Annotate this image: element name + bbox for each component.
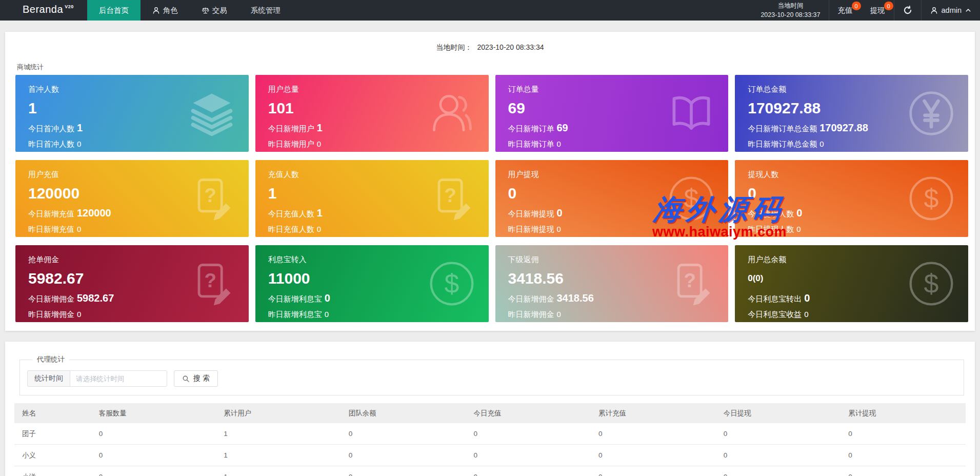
stat-time-input-group: 统计时间 <box>27 370 167 387</box>
panel-local-time-label: 当地时间： <box>436 43 472 51</box>
nav-item-roles[interactable]: 角色 <box>141 0 190 21</box>
recharge-badge: 0 <box>852 2 861 10</box>
local-time-display: 当地时间 2023-10-20 08:33:37 <box>752 0 828 21</box>
table-cell: 0 <box>716 445 841 466</box>
table-cell: 0 <box>341 445 466 466</box>
column-header: 姓名 <box>14 403 91 423</box>
users-icon <box>427 89 476 138</box>
navbar-right: 当地时间 2023-10-20 08:33:37 充值 0 提现 0 admin <box>752 0 980 21</box>
column-header: 累计提现 <box>841 403 966 423</box>
nav-item-roles-label: 角色 <box>163 6 178 15</box>
column-header: 今日充值 <box>466 403 591 423</box>
yen-circle-icon <box>907 89 956 138</box>
agent-panel: 代理统计 统计时间 搜 索 姓名客服数量累计用户团队余额今日充值累计充值今日提现… <box>5 342 975 476</box>
caret-up-icon <box>965 7 971 13</box>
stat-time-input[interactable] <box>70 370 167 387</box>
panel-local-time-value: 2023-10-20 08:33:34 <box>477 43 544 51</box>
withdraw-button[interactable]: 提现 0 <box>862 0 894 21</box>
stat-card: 用户总余额0(0)今日利息宝转出0今日利息宝收益0$ <box>735 245 968 322</box>
stats-panel: 当地时间：2023-10-20 08:33:34 商城统计 首冲人数1今日首冲人… <box>5 32 975 331</box>
svg-text:$: $ <box>924 269 939 299</box>
stat-card: 订单总量69今日新增订单69昨日新增订单0 <box>495 75 729 152</box>
stat-card: 下级返佣3418.56今日新增佣金3418.56昨日新增佣金0? <box>495 245 729 322</box>
table-cell: 0 <box>341 423 466 445</box>
stat-card: 首冲人数1今日首冲人数1昨日首冲人数0 <box>15 75 249 152</box>
recharge-button[interactable]: 充值 0 <box>829 0 862 21</box>
top-navbar: BerandaV20 后台首页 角色 交易 系统管理 当地时间 2023-10-… <box>0 0 980 21</box>
stat-card: 订单总金额170927.88今日新增订单总金额170927.88昨日新增订单总金… <box>735 75 968 152</box>
card-yesterday-line: 昨日首冲人数0 <box>28 140 249 148</box>
search-button[interactable]: 搜 索 <box>174 370 218 387</box>
table-row: 小洋0100000 <box>14 466 966 476</box>
card-yesterday-line: 昨日新增充值0 <box>28 225 249 233</box>
layers-icon <box>187 89 236 138</box>
user-menu[interactable]: admin <box>922 0 980 21</box>
svg-text:?: ? <box>444 184 456 206</box>
nav-item-trade[interactable]: 交易 <box>190 0 239 21</box>
filter-row: 统计时间 搜 索 <box>27 370 956 387</box>
card-yesterday-line: 昨日新增提现0 <box>508 225 729 233</box>
table-row: 团子0100000 <box>14 423 966 445</box>
dollar-circle-icon: $ <box>907 174 956 223</box>
refresh-button[interactable] <box>894 0 921 21</box>
table-cell: 小洋 <box>14 466 91 476</box>
dollar-circle-icon: $ <box>667 174 716 223</box>
column-header: 客服数量 <box>91 403 216 423</box>
table-body: 团子0100000小义0100000小洋0100000 <box>14 423 966 476</box>
table-row: 小义0100000 <box>14 445 966 466</box>
table-header-row: 姓名客服数量累计用户团队余额今日充值累计充值今日提现累计提现 <box>14 403 966 423</box>
user-icon <box>930 7 938 14</box>
agent-stats-fieldset: 代理统计 统计时间 搜 索 <box>19 355 964 395</box>
agent-stats-legend: 代理统计 <box>32 355 69 364</box>
nav-item-dashboard-label: 后台首页 <box>99 6 129 15</box>
column-header: 累计充值 <box>591 403 716 423</box>
table-cell: 0 <box>841 445 966 466</box>
recharge-label: 充值 <box>838 6 853 15</box>
svg-text:$: $ <box>444 269 459 299</box>
table-cell: 0 <box>466 423 591 445</box>
search-icon <box>182 375 190 383</box>
table-cell: 0 <box>841 423 966 445</box>
dollar-circle-icon: $ <box>907 259 956 308</box>
table-cell: 0 <box>91 445 216 466</box>
doc-question-icon: ? <box>187 259 236 308</box>
nav-item-system[interactable]: 系统管理 <box>239 0 292 21</box>
stat-card: 用户充值120000今日新增充值120000昨日新增充值0? <box>15 160 249 237</box>
agent-stats-table: 姓名客服数量累计用户团队余额今日充值累计充值今日提现累计提现 团子0100000… <box>14 403 966 476</box>
card-yesterday-line: 昨日新增利息宝0 <box>268 310 489 318</box>
card-yesterday-line: 昨日新增佣金0 <box>28 310 249 318</box>
card-yesterday-line: 昨日提现人数0 <box>748 225 968 233</box>
table-cell: 0 <box>466 445 591 466</box>
svg-text:?: ? <box>204 269 216 291</box>
stat-card: 利息宝转入11000今日新增利息宝0昨日新增利息宝0$ <box>255 245 489 322</box>
scales-icon <box>202 7 209 14</box>
dollar-circle-icon: $ <box>427 259 476 308</box>
stat-card: 充值人数1今日充值人数1昨日充值人数0? <box>255 160 489 237</box>
table-cell: 1 <box>216 466 341 476</box>
stat-card: 提现人数0今日提现人数0昨日提现人数0$ <box>735 160 968 237</box>
svg-text:$: $ <box>924 184 939 213</box>
app-logo-text: Beranda <box>23 4 63 15</box>
withdraw-badge: 0 <box>884 2 893 10</box>
app-logo[interactable]: BerandaV20 <box>0 0 87 21</box>
search-button-label: 搜 索 <box>193 374 210 383</box>
svg-text:?: ? <box>204 184 216 206</box>
doc-question-icon: ? <box>187 174 236 223</box>
table-cell: 0 <box>91 423 216 445</box>
stat-card: 用户提现0今日新增提现0昨日新增提现0$ <box>495 160 729 237</box>
column-header: 累计用户 <box>216 403 341 423</box>
table-cell: 0 <box>466 466 591 476</box>
table-cell: 1 <box>216 423 341 445</box>
username: admin <box>942 6 962 14</box>
card-yesterday-line: 昨日充值人数0 <box>268 225 489 233</box>
table-cell: 团子 <box>14 423 91 445</box>
table-cell: 0 <box>716 466 841 476</box>
app-logo-version: V20 <box>65 4 74 9</box>
table-cell: 0 <box>591 445 716 466</box>
table-cell: 0 <box>341 466 466 476</box>
section-title-mall-stats: 商城统计 <box>17 63 975 72</box>
main-menu: 后台首页 角色 交易 系统管理 <box>87 0 292 21</box>
nav-item-dashboard[interactable]: 后台首页 <box>87 0 141 21</box>
doc-question-icon: ? <box>427 174 476 223</box>
doc-question-icon: ? <box>667 259 716 308</box>
